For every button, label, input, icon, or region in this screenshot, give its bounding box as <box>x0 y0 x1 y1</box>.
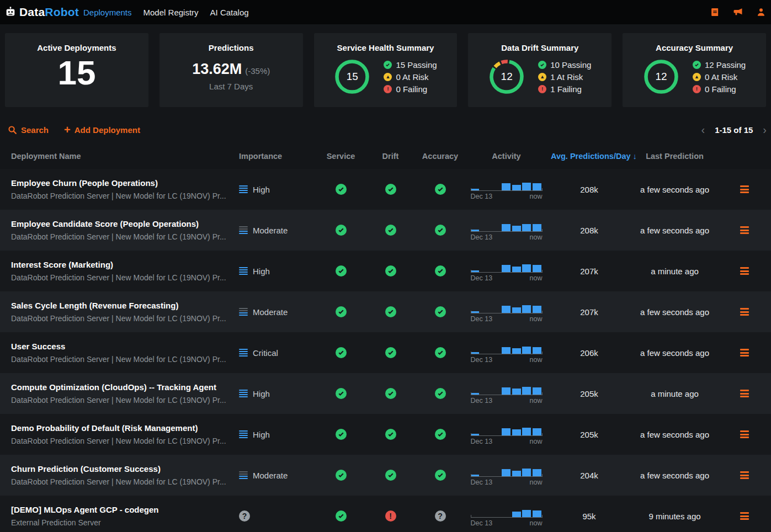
accuracy-unknown-icon: ? <box>435 510 446 522</box>
importance-cell: High <box>235 389 315 398</box>
docs-icon[interactable] <box>709 7 720 18</box>
importance-bars-icon <box>239 349 248 357</box>
row-menu-icon[interactable] <box>740 430 749 438</box>
row-menu-icon[interactable] <box>740 185 749 193</box>
service-health-donut: 15 <box>334 58 370 95</box>
deployment-name[interactable]: Compute Optimization (CloudOps) -- Track… <box>11 382 235 392</box>
service-pass-icon <box>336 347 347 358</box>
robot-icon <box>4 6 17 18</box>
row-menu-icon[interactable] <box>740 308 749 316</box>
accuracy-pass-icon <box>435 265 446 276</box>
deployment-name[interactable]: Interest Score (Marketing) <box>11 260 235 269</box>
row-menu-icon[interactable] <box>740 349 749 357</box>
activity-end-label: now <box>530 315 543 323</box>
service-pass-icon <box>336 510 347 522</box>
col-service[interactable]: Service <box>315 152 367 161</box>
accuracy-status-cell <box>414 388 466 399</box>
accuracy-status-cell <box>414 470 466 481</box>
pagination: ‹ 1-15 of 15 › <box>701 124 767 135</box>
col-accuracy[interactable]: Accuracy <box>414 152 466 161</box>
prev-page-icon[interactable]: ‹ <box>701 124 705 135</box>
activity-chart: Dec 13now <box>471 179 543 200</box>
add-deployment-label: Add Deployment <box>75 125 140 135</box>
row-menu-icon[interactable] <box>740 267 749 275</box>
passing-icon <box>693 61 701 69</box>
card-title: Predictions <box>159 43 303 52</box>
activity-end-label: now <box>530 397 543 405</box>
table-row[interactable]: Churn Prediction (Customer Success)DataR… <box>0 455 771 496</box>
nav-item-deployments[interactable]: Deployments <box>83 8 132 17</box>
deployment-name[interactable]: Churn Prediction (Customer Success) <box>11 464 235 474</box>
deployment-name[interactable]: [DEMO] MLOps Agent GCP - codegen <box>11 505 235 514</box>
drift-status-cell <box>367 265 414 276</box>
col-importance[interactable]: Importance <box>235 152 315 161</box>
deployment-name[interactable]: Employee Candidate Score (People Operati… <box>11 219 235 228</box>
table-row[interactable]: Demo Probability of Default (Risk Manage… <box>0 414 771 455</box>
col-avg-predictions[interactable]: Avg. Predictions/Day ↓ <box>546 152 632 161</box>
importance-bars-icon <box>239 471 248 480</box>
table-row[interactable]: Employee Churn (People Operations)DataRo… <box>0 169 771 210</box>
deployment-name[interactable]: Employee Churn (People Operations) <box>11 178 235 188</box>
deployment-name-cell: [DEMO] MLOps Agent GCP - codegenExternal… <box>0 505 235 527</box>
next-page-icon[interactable]: › <box>763 124 767 135</box>
predictions-count: 13.62M <box>192 61 242 77</box>
service-pass-icon <box>336 388 347 399</box>
service-status-cell <box>315 470 367 481</box>
activity-cell: Dec 13now <box>466 424 546 445</box>
service-status-cell <box>315 429 367 440</box>
deployment-subtitle: DataRobot Prediction Server | New Model … <box>11 396 235 405</box>
row-actions-cell <box>717 430 771 438</box>
user-icon[interactable] <box>756 7 767 18</box>
activity-start-label: Dec 13 <box>471 438 493 445</box>
importance-cell: Moderate <box>235 471 315 480</box>
deployment-name-cell: Sales Cycle Length (Revenue Forecasting)… <box>0 301 235 323</box>
importance-cell: Moderate <box>235 307 315 317</box>
activity-chart: Dec 13now <box>471 342 543 364</box>
card-service-health: Service Health Summary 15 15 Passing ▲0 … <box>314 33 458 107</box>
activity-cell: Dec 13now <box>466 260 546 282</box>
avg-predictions-cell: 208k <box>546 226 632 235</box>
col-last-prediction[interactable]: Last Prediction <box>632 152 717 161</box>
brand-data: Data <box>19 6 45 18</box>
table-row[interactable]: Employee Candidate Score (People Operati… <box>0 210 771 251</box>
search-button[interactable]: Search <box>8 125 49 135</box>
accuracy-pass-icon <box>435 470 446 481</box>
accuracy-status-cell <box>414 225 466 236</box>
row-menu-icon[interactable] <box>740 226 749 234</box>
table-row[interactable]: [DEMO] MLOps Agent GCP - codegenExternal… <box>0 496 771 532</box>
nav-item-ai-catalog[interactable]: AI Catalog <box>210 8 249 17</box>
deployment-name[interactable]: User Success <box>11 342 235 351</box>
service-status-cell <box>315 265 367 276</box>
importance-cell: ? <box>235 510 315 522</box>
col-drift[interactable]: Drift <box>367 152 414 161</box>
donut-value: 15 <box>334 58 370 95</box>
importance-label: High <box>253 430 270 439</box>
row-menu-icon[interactable] <box>740 390 749 397</box>
deployment-name[interactable]: Sales Cycle Length (Revenue Forecasting) <box>11 301 235 310</box>
table-row[interactable]: Compute Optimization (CloudOps) -- Track… <box>0 373 771 414</box>
avg-predictions-cell: 208k <box>546 185 632 194</box>
row-menu-icon[interactable] <box>740 471 749 479</box>
importance-bars-icon <box>239 390 248 398</box>
avg-predictions-cell: 206k <box>546 348 632 358</box>
at-risk-icon: ▲ <box>538 73 546 81</box>
passing-icon <box>384 61 392 69</box>
nav-item-model-registry[interactable]: Model Registry <box>143 8 199 17</box>
datarobot-logo[interactable]: DataRobot <box>4 6 79 19</box>
table-row[interactable]: User SuccessDataRobot Prediction Server … <box>0 332 771 373</box>
avg-predictions-cell: 205k <box>546 389 632 398</box>
table-row[interactable]: Sales Cycle Length (Revenue Forecasting)… <box>0 291 771 332</box>
deployment-name[interactable]: Demo Probability of Default (Risk Manage… <box>11 423 235 433</box>
col-deployment-name[interactable]: Deployment Name <box>0 152 235 161</box>
add-deployment-button[interactable]: + Add Deployment <box>64 124 140 135</box>
row-menu-icon[interactable] <box>740 512 749 520</box>
activity-cell: Dec 13now <box>466 465 546 486</box>
col-activity[interactable]: Activity <box>466 152 546 161</box>
service-pass-icon <box>336 184 347 195</box>
deployment-subtitle: DataRobot Prediction Server | New Model … <box>11 477 235 486</box>
accuracy-pass-icon <box>435 347 446 358</box>
table-row[interactable]: Interest Score (Marketing)DataRobot Pred… <box>0 251 771 291</box>
service-pass-icon <box>336 265 347 276</box>
table-header: Deployment Name Importance Service Drift… <box>0 143 771 169</box>
megaphone-icon[interactable] <box>732 7 743 18</box>
